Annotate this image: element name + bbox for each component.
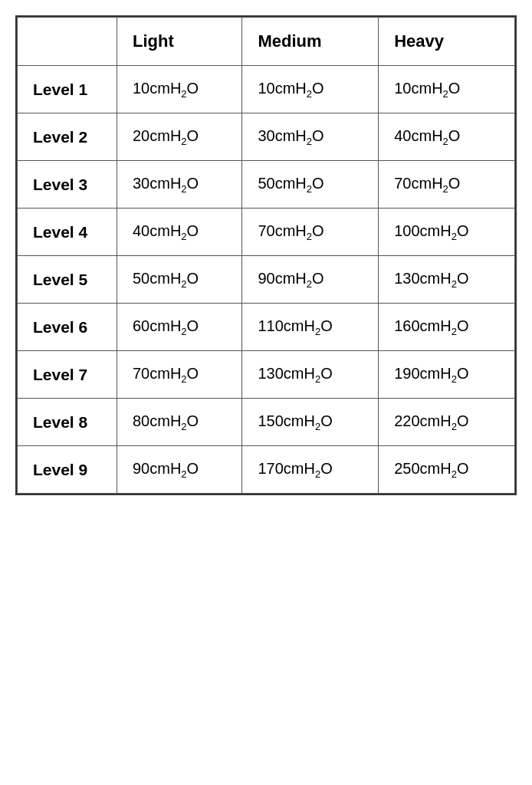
table-row: Level 880cmH2O150cmH2O220cmH2O	[18, 399, 515, 446]
table-row: Level 440cmH2O70cmH2O100cmH2O	[18, 209, 515, 256]
row-3-heavy: 70cmH2O	[379, 161, 515, 209]
row-5-light: 50cmH2O	[117, 256, 242, 304]
table-row: Level 660cmH2O110cmH2O160cmH2O	[18, 304, 515, 351]
table-row: Level 770cmH2O130cmH2O190cmH2O	[18, 351, 515, 399]
row-4-medium: 70cmH2O	[242, 209, 379, 256]
row-9-medium: 170cmH2O	[242, 446, 379, 494]
table-row: Level 110cmH2O10cmH2O10cmH2O	[18, 66, 515, 113]
row-1-heavy: 10cmH2O	[379, 66, 515, 113]
pressure-table: Light Medium Heavy Level 110cmH2O10cmH2O…	[17, 17, 515, 494]
row-2-light: 20cmH2O	[117, 113, 242, 161]
row-label-6: Level 6	[18, 304, 117, 351]
row-3-medium: 50cmH2O	[242, 161, 379, 209]
row-label-3: Level 3	[18, 161, 117, 209]
main-table-container: Light Medium Heavy Level 110cmH2O10cmH2O…	[15, 15, 517, 495]
header-heavy: Heavy	[379, 18, 515, 66]
row-2-medium: 30cmH2O	[242, 113, 379, 161]
row-4-light: 40cmH2O	[117, 209, 242, 256]
row-8-heavy: 220cmH2O	[379, 399, 515, 446]
row-8-light: 80cmH2O	[117, 399, 242, 446]
table-row: Level 990cmH2O170cmH2O250cmH2O	[18, 446, 515, 494]
row-label-8: Level 8	[18, 399, 117, 446]
row-5-medium: 90cmH2O	[242, 256, 379, 304]
row-7-light: 70cmH2O	[117, 351, 242, 399]
row-6-medium: 110cmH2O	[242, 304, 379, 351]
row-label-9: Level 9	[18, 446, 117, 494]
row-5-heavy: 130cmH2O	[379, 256, 515, 304]
row-7-heavy: 190cmH2O	[379, 351, 515, 399]
header-empty	[18, 18, 117, 66]
row-8-medium: 150cmH2O	[242, 399, 379, 446]
row-6-light: 60cmH2O	[117, 304, 242, 351]
row-label-2: Level 2	[18, 113, 117, 161]
table-row: Level 550cmH2O90cmH2O130cmH2O	[18, 256, 515, 304]
row-9-light: 90cmH2O	[117, 446, 242, 494]
table-header-row: Light Medium Heavy	[18, 18, 515, 66]
row-label-5: Level 5	[18, 256, 117, 304]
row-4-heavy: 100cmH2O	[379, 209, 515, 256]
header-medium: Medium	[242, 18, 379, 66]
row-3-light: 30cmH2O	[117, 161, 242, 209]
row-1-medium: 10cmH2O	[242, 66, 379, 113]
row-1-light: 10cmH2O	[117, 66, 242, 113]
table-row: Level 220cmH2O30cmH2O40cmH2O	[18, 113, 515, 161]
row-9-heavy: 250cmH2O	[379, 446, 515, 494]
header-light: Light	[117, 18, 242, 66]
row-label-4: Level 4	[18, 209, 117, 256]
row-6-heavy: 160cmH2O	[379, 304, 515, 351]
table-row: Level 330cmH2O50cmH2O70cmH2O	[18, 161, 515, 209]
row-7-medium: 130cmH2O	[242, 351, 379, 399]
row-label-1: Level 1	[18, 66, 117, 113]
row-2-heavy: 40cmH2O	[379, 113, 515, 161]
row-label-7: Level 7	[18, 351, 117, 399]
